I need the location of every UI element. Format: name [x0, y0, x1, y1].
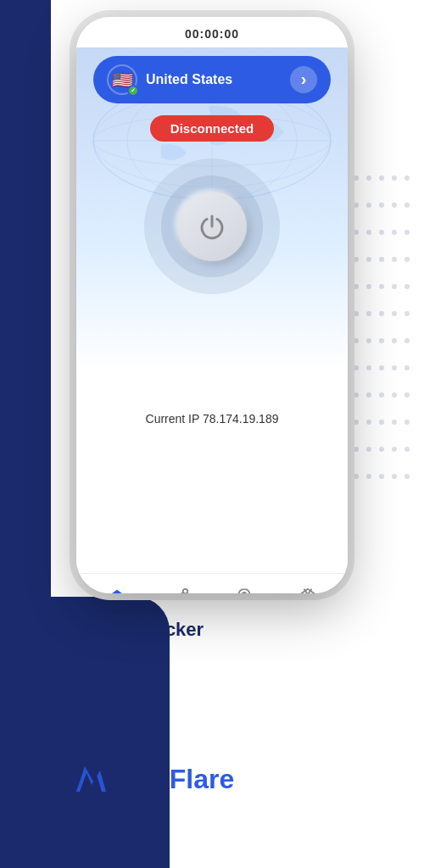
- bg-left-bar: [0, 0, 51, 644]
- svg-point-12: [392, 203, 397, 208]
- svg-point-5: [392, 175, 397, 181]
- no-log-label: No Log: [105, 651, 170, 673]
- svg-point-66: [366, 420, 371, 425]
- feature-ad-blocker: Ad Blocker: [68, 617, 204, 643]
- svg-point-31: [366, 284, 371, 289]
- svg-point-16: [354, 230, 359, 235]
- shield-icon: [68, 649, 93, 675]
- power-icon: [197, 211, 227, 242]
- svg-point-80: [366, 474, 371, 479]
- svg-point-20: [404, 230, 410, 235]
- phone-mockup: 00:00:00: [76, 17, 348, 593]
- svg-point-81: [379, 474, 384, 479]
- svg-point-51: [354, 365, 359, 370]
- connected-badge: [127, 85, 139, 97]
- svg-point-72: [354, 447, 359, 452]
- svg-point-34: [404, 284, 410, 289]
- svg-point-53: [379, 365, 384, 370]
- ad-blocker-label: Ad Blocker: [105, 619, 204, 641]
- diamond-icon: [298, 587, 317, 594]
- svg-point-26: [392, 257, 397, 262]
- svg-point-41: [404, 311, 410, 316]
- status-badge: Disconnected: [150, 115, 274, 142]
- svg-point-76: [404, 447, 410, 452]
- svg-point-60: [379, 392, 384, 398]
- features-section: Ad Blocker No Log: [68, 617, 204, 682]
- svg-point-52: [366, 365, 371, 370]
- svg-point-79: [354, 474, 359, 479]
- power-ring-middle: [161, 175, 263, 277]
- svg-point-2: [354, 175, 359, 181]
- svg-point-45: [366, 338, 371, 343]
- svg-point-33: [392, 284, 397, 289]
- svg-point-55: [404, 365, 410, 370]
- phone-screen: 00:00:00: [76, 17, 348, 593]
- svg-point-27: [404, 257, 410, 262]
- svg-line-94: [177, 592, 182, 593]
- svg-point-48: [404, 338, 410, 343]
- svg-point-24: [366, 257, 371, 262]
- feature-no-log: No Log: [68, 649, 204, 675]
- flag-container: 🇺🇸: [107, 64, 137, 95]
- svg-point-44: [354, 338, 359, 343]
- phone-top-bar: 00:00:00: [76, 17, 348, 47]
- svg-point-75: [392, 447, 397, 452]
- svg-point-32: [379, 284, 384, 289]
- svg-point-74: [379, 447, 384, 452]
- timer-display: 00:00:00: [185, 27, 239, 41]
- svg-point-59: [366, 392, 371, 398]
- svg-point-73: [366, 447, 371, 452]
- logo-icon-svg: [68, 758, 110, 800]
- svg-point-10: [366, 203, 371, 208]
- svg-point-47: [392, 338, 397, 343]
- svg-point-39: [379, 311, 384, 316]
- nav-location[interactable]: [221, 581, 267, 594]
- country-arrow-button[interactable]: [290, 66, 317, 93]
- nav-share[interactable]: [158, 581, 204, 594]
- svg-point-4: [379, 175, 384, 181]
- svg-point-19: [392, 230, 397, 235]
- svg-point-61: [392, 392, 397, 398]
- svg-point-62: [404, 392, 410, 398]
- svg-marker-96: [299, 588, 315, 593]
- svg-marker-100: [85, 625, 92, 635]
- svg-point-83: [404, 474, 410, 479]
- nav-home[interactable]: [94, 581, 140, 594]
- svg-point-3: [366, 175, 371, 181]
- logo-text: VPN Flare: [114, 764, 234, 795]
- vpnflare-logo: VPN Flare: [68, 758, 234, 800]
- svg-point-25: [379, 257, 384, 262]
- country-selector[interactable]: 🇺🇸 United States: [93, 56, 331, 103]
- power-area: [93, 159, 331, 294]
- nav-premium[interactable]: [285, 581, 331, 594]
- svg-point-68: [392, 420, 397, 425]
- home-icon: [108, 587, 126, 594]
- svg-point-46: [379, 338, 384, 343]
- vpn-main-area: 🇺🇸 United States Disconnected: [76, 47, 348, 370]
- location-icon: [235, 587, 254, 594]
- country-name: United States: [146, 72, 282, 87]
- svg-point-95: [242, 592, 246, 593]
- bottom-navigation: [76, 573, 348, 593]
- power-button[interactable]: [177, 192, 247, 261]
- svg-point-38: [366, 311, 371, 316]
- svg-point-23: [354, 257, 359, 262]
- svg-point-11: [379, 203, 384, 208]
- video-off-icon: [68, 617, 93, 643]
- logo-flare-text: Flare: [170, 764, 234, 795]
- svg-point-90: [182, 588, 187, 593]
- logo-vpn-text: VPN: [114, 764, 170, 795]
- phone-lower-section: Current IP 78.174.19.189: [76, 370, 348, 593]
- svg-point-40: [392, 311, 397, 316]
- svg-point-17: [366, 230, 371, 235]
- svg-point-82: [392, 474, 397, 479]
- power-ring-outer: [144, 159, 280, 294]
- svg-point-30: [354, 284, 359, 289]
- svg-point-69: [404, 420, 410, 425]
- svg-point-13: [404, 203, 410, 208]
- svg-point-67: [379, 420, 384, 425]
- svg-point-37: [354, 311, 359, 316]
- share-icon: [171, 587, 190, 594]
- svg-point-6: [404, 175, 410, 181]
- svg-point-58: [354, 392, 359, 398]
